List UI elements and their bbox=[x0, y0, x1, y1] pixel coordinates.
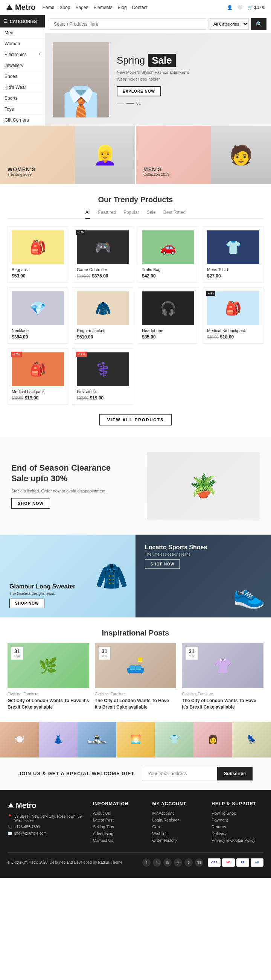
footer-link-returns[interactable]: Returns bbox=[212, 824, 263, 829]
nav-pages[interactable]: Pages bbox=[76, 5, 89, 10]
instagram-item-6[interactable]: 💺 bbox=[232, 722, 271, 757]
blog-section: Inspirational Posts 🌿 31 Mar Clothing, F… bbox=[0, 617, 271, 722]
clearance-text: End of Season Clearance Sale upto 30% St… bbox=[11, 463, 147, 509]
blog-card-0[interactable]: 🌿 31 Mar Clothing, Furniture Get City of… bbox=[8, 643, 89, 710]
blog-card-2[interactable]: 👚 31 Mar Clothing, Furniture The City of… bbox=[182, 643, 263, 710]
social-rss-icon[interactable]: rss bbox=[195, 858, 203, 867]
newsletter-email-input[interactable] bbox=[142, 767, 217, 780]
blog-category-2: Clothing, Furniture bbox=[182, 692, 263, 696]
sidebar-item-toys[interactable]: Toys bbox=[0, 104, 45, 115]
blog-day-0: 31 bbox=[14, 648, 20, 654]
product-price-0: $53.00 bbox=[12, 273, 64, 278]
featured-shoes-subtitle: The timeless designs jeans bbox=[145, 552, 261, 557]
instagram-item-2[interactable]: 🏔️ 📸Instagram bbox=[78, 722, 116, 757]
social-pinterest-icon[interactable]: p bbox=[184, 858, 193, 867]
product-card-6[interactable]: 🎧 Headphone $35.00 bbox=[138, 287, 198, 344]
footer-logo[interactable]: Metro bbox=[8, 801, 86, 810]
footer-link-payment[interactable]: Payment bbox=[212, 818, 263, 822]
instagram-item-0[interactable]: 🍽️ bbox=[0, 722, 39, 757]
social-twitter-icon[interactable]: t bbox=[153, 858, 161, 867]
featured-sweater-image: 🧥 bbox=[95, 561, 128, 592]
search-button[interactable]: 🔍 bbox=[251, 18, 266, 30]
sidebar-item-women[interactable]: Women bbox=[0, 38, 45, 49]
footer-link-wishlist[interactable]: Wishlist bbox=[152, 831, 204, 836]
cart-icon[interactable]: 🛒 $0.00 bbox=[247, 5, 265, 10]
nav-blog[interactable]: Blog bbox=[118, 5, 127, 10]
category-select[interactable]: All Categories bbox=[209, 18, 249, 30]
banner-womens[interactable]: 👱‍♀️ WOMEN'S Trending 2019 bbox=[0, 126, 136, 184]
sidebar-item-kidswear[interactable]: Kid's Wear bbox=[0, 82, 45, 93]
sidebar-item-shoes[interactable]: Shoes bbox=[0, 71, 45, 82]
footer-link-login[interactable]: Login/Register bbox=[152, 818, 204, 822]
nav-shop[interactable]: Shop bbox=[59, 5, 70, 10]
footer-column-information: INFORMATION About Us Latest Post Selling… bbox=[93, 801, 145, 845]
footer-col1-links: About Us Latest Post Selling Tips Advert… bbox=[93, 811, 145, 843]
search-input[interactable] bbox=[50, 18, 206, 30]
product-price-1: $375.00 bbox=[92, 273, 108, 278]
product-card-8[interactable]: -24% 🎒 Medical backpack $29.00 $19.00 bbox=[8, 348, 68, 405]
footer-link-contact[interactable]: Contact Us bbox=[93, 838, 145, 843]
social-facebook-icon[interactable]: f bbox=[142, 858, 151, 867]
clearance-shop-button[interactable]: SHOP NOW bbox=[11, 498, 50, 509]
social-linkedin-icon[interactable]: in bbox=[163, 858, 172, 867]
instagram-grid: 🍽️ 👗 🏔️ 📸Instagram 🌅 👕 👩 💺 bbox=[0, 722, 271, 757]
product-card-0[interactable]: 🎒 Bagpack $53.00 bbox=[8, 226, 68, 283]
sidebar-item-sports[interactable]: Sports bbox=[0, 93, 45, 104]
featured-shoes-cta[interactable]: SHOP NOW bbox=[145, 560, 180, 569]
featured-sweater-cta[interactable]: SHOP NOW bbox=[10, 599, 44, 608]
sidebar-header: ☰ CATEGORIES bbox=[0, 15, 45, 27]
product-card-2[interactable]: 🚗 Trafic Bag $42.00 bbox=[138, 226, 198, 283]
footer-link-delivery[interactable]: Delivery bbox=[212, 831, 263, 836]
newsletter-subscribe-button[interactable]: Subscribe bbox=[217, 767, 252, 780]
tab-popular[interactable]: Popular bbox=[124, 210, 139, 215]
product-card-5[interactable]: 🧥 Regular Jacket $510.00 bbox=[73, 287, 133, 344]
product-card-9[interactable]: -42% ⚕️ First aid kit $23.00 $19.00 bbox=[73, 348, 133, 405]
product-old-price-8: $29.00 bbox=[12, 396, 23, 400]
footer-link-orderhistory[interactable]: Order History bbox=[152, 838, 204, 843]
tab-featured[interactable]: Featured bbox=[98, 210, 116, 215]
footer-link-sellingtips[interactable]: Selling Tips bbox=[93, 824, 145, 829]
instagram-item-5[interactable]: 👩 bbox=[193, 722, 232, 757]
product-card-4[interactable]: 💎 Necklace $384.00 bbox=[8, 287, 68, 344]
product-image-8: 🎒 bbox=[12, 352, 64, 386]
view-all-button[interactable]: VIEW ALL PRODUCTS bbox=[99, 414, 172, 425]
blog-card-1[interactable]: 🛋️ 31 Mar Clothing, Furniture The City o… bbox=[95, 643, 176, 710]
sidebar-item-men[interactable]: Men bbox=[0, 27, 45, 38]
tab-all[interactable]: All bbox=[86, 210, 90, 219]
footer-link-latestpost[interactable]: Latest Post bbox=[93, 818, 145, 822]
product-name-8: Medical backpack bbox=[12, 389, 64, 394]
footer-link-myaccount[interactable]: My Account bbox=[152, 811, 204, 816]
product-name-6: Headphone bbox=[142, 328, 194, 333]
sidebar-item-jewellery[interactable]: Jewellery bbox=[0, 60, 45, 71]
instagram-item-1[interactable]: 👗 bbox=[39, 722, 78, 757]
blog-post-title-0: Get City of London Wants To Have it's Br… bbox=[8, 698, 89, 710]
instagram-item-4[interactable]: 👕 bbox=[155, 722, 193, 757]
products-section: Our Trendy Products All Featured Popular… bbox=[0, 184, 271, 437]
sidebar-item-electronics[interactable]: Electronics› bbox=[0, 49, 45, 60]
logo[interactable]: Metro bbox=[6, 3, 35, 12]
footer-link-privacy[interactable]: Privacy & Cookie Policy bbox=[212, 838, 263, 843]
product-old-price-7: $28.00 bbox=[207, 335, 219, 339]
product-card-1[interactable]: -4% 🎮 Game Controller $396.00 $375.00 bbox=[73, 226, 133, 283]
footer-link-cart[interactable]: Cart bbox=[152, 824, 204, 829]
product-card-3[interactable]: 👕 Mens Tshirt $27.00 bbox=[203, 226, 263, 283]
account-icon[interactable]: 👤 bbox=[227, 5, 233, 10]
nav-elements[interactable]: Elements bbox=[94, 5, 113, 10]
banner-mens[interactable]: 🧑 MEN'S Collection 2019 bbox=[136, 126, 271, 184]
product-card-7[interactable]: -4% 🎒 Medical Kit backpack $28.00 $18.00 bbox=[203, 287, 263, 344]
product-badge-7: -4% bbox=[206, 291, 215, 296]
wishlist-icon[interactable]: 🤍 bbox=[237, 5, 243, 10]
tab-sale[interactable]: Sale bbox=[147, 210, 156, 215]
tab-bestrated[interactable]: Best Rated bbox=[163, 210, 185, 215]
nav-home[interactable]: Home bbox=[42, 5, 54, 10]
instagram-item-3[interactable]: 🌅 bbox=[116, 722, 155, 757]
footer-link-howtoshop[interactable]: How To Shop bbox=[212, 811, 263, 816]
footer-link-advertising[interactable]: Advertising bbox=[93, 831, 145, 836]
clearance-section: End of Season Clearance Sale upto 30% St… bbox=[0, 437, 271, 535]
social-youtube-icon[interactable]: y bbox=[174, 858, 182, 867]
product-name-4: Necklace bbox=[12, 328, 64, 333]
sidebar-item-giftcorners[interactable]: Gift Corners bbox=[0, 115, 45, 126]
hero-cta-button[interactable]: EXPLORE NOW bbox=[117, 86, 161, 96]
footer-link-about[interactable]: About Us bbox=[93, 811, 145, 816]
nav-contact[interactable]: Contact bbox=[132, 5, 147, 10]
